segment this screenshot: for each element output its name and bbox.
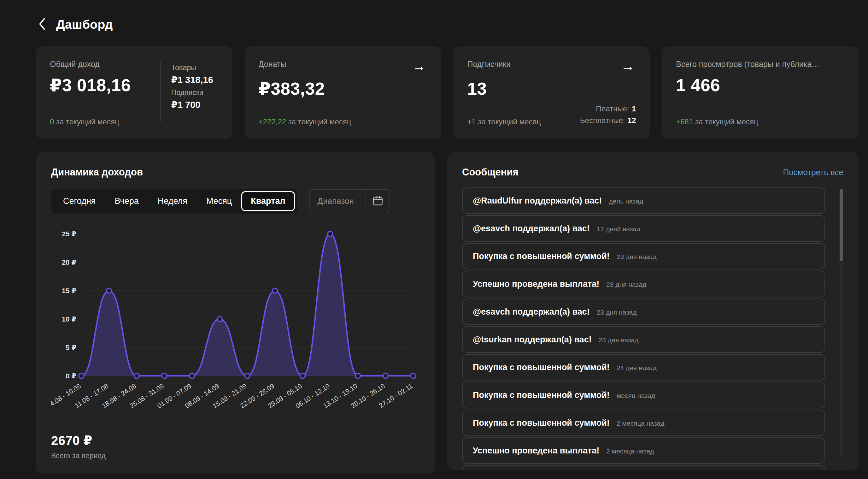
messages-title: Сообщения	[462, 167, 519, 178]
arrow-right-icon: →	[412, 58, 426, 73]
svg-text:0 ₽: 0 ₽	[66, 372, 76, 380]
period-tabs: Сегодня Вчера Неделя Месяц Квартал	[51, 189, 298, 214]
message-row[interactable]	[462, 465, 825, 470]
message-time: день назад	[609, 196, 644, 205]
subscribers-value: 13	[467, 79, 636, 99]
message-time: 12 дней назад	[597, 224, 641, 233]
subscribers-arrow-button[interactable]: →	[619, 59, 636, 73]
tab-month[interactable]: Месяц	[197, 191, 241, 211]
donations-delta: +222,22 за текущий месяц	[259, 117, 427, 126]
message-time: 2 месяца назад	[606, 446, 654, 455]
total-income-delta-value: 0	[50, 117, 54, 126]
income-breakdown: Товары ₽1 318,16 Подписки ₽1 700	[171, 59, 219, 126]
total-views-card: Всего просмотров (товары и публика… 1 46…	[662, 47, 859, 139]
svg-text:20 ₽: 20 ₽	[62, 259, 76, 266]
total-views-label: Всего просмотров (товары и публика…	[676, 59, 845, 69]
total-views-value: 1 466	[676, 75, 845, 95]
vertical-divider	[160, 60, 160, 122]
date-range-picker[interactable]: Диапазон	[309, 189, 390, 213]
donations-card: Донаты → ₽383,32 +222,22 за текущий меся…	[245, 47, 441, 139]
donations-delta-suffix: за текущий месяц	[286, 117, 351, 126]
scrollbar-thumb[interactable]	[840, 189, 843, 261]
main-panels-row: Динамика доходов Сегодня Вчера Неделя Ме…	[36, 152, 859, 474]
message-time: 23 дня назад	[597, 307, 637, 316]
calendar-icon	[372, 195, 383, 207]
total-views-delta-value: +681	[676, 117, 693, 126]
tab-yesterday[interactable]: Вчера	[105, 191, 148, 211]
total-income-delta-suffix: за текущий месяц	[54, 117, 119, 126]
message-text: Покупка с повышенной суммой!	[473, 363, 610, 372]
message-text: @RaudUlfur поддержал(а) вас!	[473, 196, 602, 206]
message-row[interactable]: Покупка с повышенной суммой! 2 месяца на…	[462, 410, 825, 436]
tab-today[interactable]: Сегодня	[54, 191, 105, 211]
view-all-link[interactable]: Посмотреть все	[783, 168, 843, 177]
breakdown-subs-value: ₽1 700	[171, 99, 219, 110]
breakdown-subs-label: Подписки	[171, 88, 219, 97]
message-row[interactable]: Покупка с повышенной суммой! 23 дня наза…	[462, 243, 825, 269]
donations-label: Донаты	[259, 59, 286, 69]
stat-cards-row: Общий доход ₽3 018,16 0 за текущий месяц…	[36, 47, 859, 139]
subscribers-delta-suffix: за текущий месяц	[476, 117, 541, 126]
message-text: @esavch поддержал(а) вас!	[473, 307, 590, 317]
total-income-value: ₽3 018,16	[50, 75, 154, 95]
chart-toolbar: Сегодня Вчера Неделя Месяц Квартал Диапа…	[51, 189, 420, 214]
total-income-delta: 0 за текущий месяц	[50, 117, 154, 126]
arrow-right-icon: →	[621, 58, 634, 73]
total-income-label: Общий доход	[50, 59, 154, 69]
income-chart: 0 ₽5 ₽10 ₽15 ₽20 ₽25 ₽04.08 - 10.0811.08…	[51, 222, 420, 425]
svg-text:10 ₽: 10 ₽	[62, 315, 76, 323]
message-time: 23 дня назад	[617, 252, 657, 261]
back-button[interactable]	[36, 15, 48, 34]
message-time: 24 дня назад	[617, 363, 657, 372]
message-row[interactable]: @esavch поддержал(а) вас! 23 дня назад	[462, 299, 825, 325]
income-dynamics-title: Динамика доходов	[51, 167, 420, 178]
message-row[interactable]: Успешно проведена выплата! 2 месяца наза…	[462, 437, 825, 464]
donations-value: ₽383,32	[259, 79, 427, 99]
total-views-delta: +681 за текущий месяц	[676, 117, 845, 126]
message-row[interactable]: Покупка с повышенной суммой! месяц назад	[462, 382, 825, 408]
breakdown-goods-value: ₽1 318,16	[171, 74, 219, 85]
message-time: 23 дня назад	[599, 335, 639, 344]
free-subscribers-label: Бесплатные:	[580, 116, 625, 125]
message-text: @esavch поддержал(а) вас!	[473, 224, 590, 234]
page-title: Дашборд	[56, 18, 113, 32]
chart-total-block: 2670 ₽ Всего за период	[51, 433, 420, 460]
svg-text:5 ₽: 5 ₽	[66, 343, 76, 352]
paid-subscribers-label: Платные:	[596, 104, 629, 113]
subscribers-card: Подписчики → 13 +1 за текущий месяц Плат…	[454, 47, 650, 139]
messages-scrollbar[interactable]	[840, 189, 843, 458]
message-text: @tsurkan поддержал(а) вас!	[473, 335, 592, 345]
period-total-caption: Всего за период	[51, 452, 420, 460]
total-views-delta-suffix: за текущий месяц	[693, 117, 758, 126]
message-time: 2 месяца назад	[617, 418, 664, 427]
free-subscribers-value: 12	[628, 116, 636, 125]
period-total-value: 2670 ₽	[51, 433, 420, 448]
message-text: Покупка с повышенной суммой!	[473, 390, 610, 400]
message-row[interactable]: @RaudUlfur поддержал(а) вас! день назад	[462, 187, 825, 214]
total-income-card: Общий доход ₽3 018,16 0 за текущий месяц…	[36, 47, 232, 139]
messages-panel: Сообщения Посмотреть все @RaudUlfur подд…	[447, 152, 859, 470]
paid-subscribers-row: Платные:1	[580, 103, 636, 115]
message-row[interactable]: @tsurkan поддержал(а) вас! 23 дня назад	[462, 326, 825, 353]
dashboard-page: Дашборд Общий доход ₽3 018,16 0 за текущ…	[0, 0, 868, 479]
message-text: Покупка с повышенной суммой!	[473, 418, 610, 428]
svg-text:15 ₽: 15 ₽	[62, 287, 76, 295]
date-range-placeholder: Диапазон	[310, 196, 366, 206]
page-header: Дашборд	[36, 15, 859, 34]
tab-quarter[interactable]: Квартал	[241, 191, 294, 211]
svg-text:25 ₽: 25 ₽	[62, 230, 76, 238]
free-subscribers-row: Бесплатные:12	[580, 115, 636, 126]
paid-subscribers-value: 1	[632, 104, 636, 113]
message-row[interactable]: Успешно проведена выплата! 23 дня назад	[462, 271, 825, 297]
message-row[interactable]: Покупка с повышенной суммой! 24 дня наза…	[462, 354, 825, 381]
message-row[interactable]: @esavch поддержал(а) вас! 12 дней назад	[462, 215, 825, 242]
subscribers-delta: +1 за текущий месяц	[467, 117, 541, 126]
message-text: Успешно проведена выплата!	[473, 446, 599, 456]
subscribers-breakdown: Платные:1 Бесплатные:12	[580, 103, 636, 126]
breakdown-goods-label: Товары	[171, 63, 219, 72]
income-dynamics-panel: Динамика доходов Сегодня Вчера Неделя Ме…	[36, 152, 435, 474]
calendar-button[interactable]	[366, 190, 390, 213]
donations-arrow-button[interactable]: →	[411, 59, 427, 73]
tab-week[interactable]: Неделя	[148, 191, 197, 211]
donations-delta-value: +222,22	[259, 117, 286, 126]
